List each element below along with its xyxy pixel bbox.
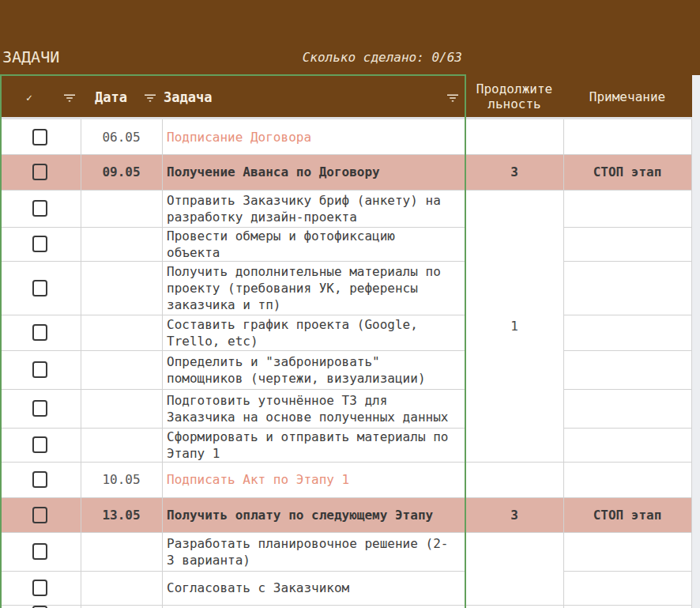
row-task-cell[interactable]: Получить дополнительные материалы по про… <box>167 261 451 315</box>
row-task-cell[interactable]: Разработать планировочное решение (2-3 в… <box>167 532 451 571</box>
row-task-cell[interactable]: Согласовать с Заказчиком <box>167 571 451 605</box>
row-checkbox[interactable] <box>32 507 47 523</box>
row-duration-cell[interactable]: 3 <box>465 497 563 532</box>
row-checkbox[interactable] <box>32 543 47 560</box>
row-task-cell[interactable]: Подписать Акт по Этапу 1 <box>167 462 451 497</box>
row-checkbox[interactable] <box>32 400 47 417</box>
row-task-cell[interactable]: Подписание Договора <box>167 119 451 154</box>
column-border <box>563 119 564 608</box>
row-date-cell[interactable]: 09.05 <box>81 154 162 190</box>
row-task-cell[interactable]: Получение Аванса по Договору <box>167 154 451 190</box>
row-border <box>563 571 692 572</box>
column-border <box>81 119 81 608</box>
row-date-cell[interactable]: 10.05 <box>81 462 162 497</box>
row-border <box>563 315 692 315</box>
row-border <box>465 605 563 606</box>
row-note-cell[interactable]: СТОП этап <box>563 497 691 532</box>
row-border <box>0 605 465 606</box>
row-task-cell[interactable]: Получить оплату по следующему Этапу <box>167 497 451 532</box>
task-table-body: 06.05Подписание Договора09.05Получение А… <box>0 0 700 608</box>
row-border <box>563 261 692 262</box>
row-checkbox[interactable] <box>32 129 47 145</box>
row-checkbox[interactable] <box>32 236 47 252</box>
row-border <box>465 532 563 533</box>
duration-merged-value[interactable]: 1 <box>465 317 563 334</box>
row-task-cell[interactable]: Сформировать и отправить материалы по Эт… <box>167 428 451 462</box>
row-date-cell[interactable]: 06.05 <box>81 119 162 154</box>
row-duration-cell[interactable]: 3 <box>465 154 563 190</box>
row-border <box>563 190 692 191</box>
row-checkbox[interactable] <box>32 436 47 453</box>
row-border <box>563 462 692 463</box>
row-checkbox[interactable] <box>32 280 47 296</box>
row-border <box>563 605 692 606</box>
row-task-cell[interactable]: Отправить Заказчику бриф (анкету) на раз… <box>167 190 451 227</box>
row-border <box>563 350 692 351</box>
row-task-cell[interactable]: Подготовить уточнённое ТЗ для Заказчика … <box>167 389 451 428</box>
row-border <box>563 532 692 533</box>
row-checkbox[interactable] <box>32 324 47 341</box>
row-border <box>563 227 692 228</box>
scrollbar-track[interactable] <box>692 75 700 608</box>
row-checkbox[interactable] <box>32 580 47 596</box>
column-border <box>162 119 163 608</box>
row-border <box>563 389 692 390</box>
row-checkbox[interactable] <box>32 200 47 217</box>
row-border <box>465 462 563 463</box>
row-task-cell[interactable]: Провести обмеры и фотофиксацию объекта <box>167 227 451 261</box>
row-checkbox[interactable] <box>32 361 47 378</box>
row-border <box>465 190 563 191</box>
row-checkbox[interactable] <box>32 164 47 180</box>
row-task-cell[interactable]: Определить и "забронировать" помощников … <box>167 350 451 389</box>
row-checkbox[interactable] <box>32 471 47 488</box>
row-note-cell[interactable]: СТОП этап <box>563 154 691 190</box>
row-task-cell[interactable]: Составить график проекта (Google, Trello… <box>167 315 451 350</box>
row-border <box>563 428 692 429</box>
row-date-cell[interactable]: 13.05 <box>81 497 162 532</box>
